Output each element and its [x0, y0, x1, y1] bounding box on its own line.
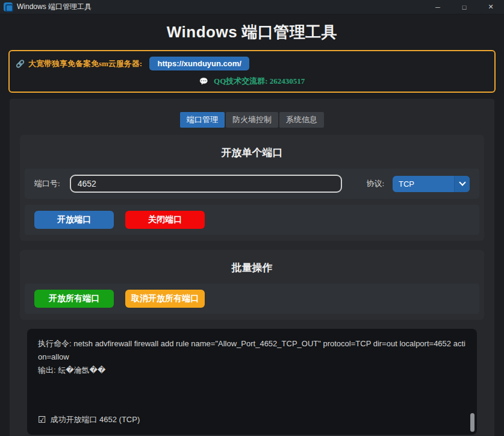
single-port-heading: 开放单个端口 [25, 135, 479, 169]
promo-text: 大宽带独享免备案免sm云服务器: [28, 58, 142, 69]
open-port-button[interactable]: 开放端口 [34, 211, 114, 229]
scrollbar-thumb[interactable] [470, 413, 474, 432]
status-row: ☑ 成功开放端口 4652 (TCP) [38, 414, 140, 425]
window-controls: ─ □ ✕ [425, 0, 504, 14]
batch-section: 批量操作 开放所有端口 取消开放所有端口 [20, 250, 484, 320]
status-text: 成功开放端口 4652 (TCP) [50, 414, 140, 425]
page-title-en: Windows [167, 23, 237, 41]
titlebar: Windows 端口管理工具 ─ □ ✕ [0, 0, 504, 14]
cancel-all-ports-button[interactable]: 取消开放所有端口 [125, 290, 205, 308]
promo-row: 🔗 大宽带独享免备案免sm云服务器: https://xunduyun.com/ [16, 57, 488, 70]
link-icon: 🔗 [16, 60, 25, 68]
titlebar-title: Windows 端口管理工具 [17, 2, 92, 12]
protocol-label: 协议: [366, 178, 384, 189]
promo-banner: 🔗 大宽带独享免备案免sm云服务器: https://xunduyun.com/… [8, 50, 496, 93]
port-label: 端口号: [34, 178, 60, 189]
app-icon [4, 2, 13, 11]
minimize-button[interactable]: ─ [425, 0, 451, 14]
chevron-down-icon [454, 176, 470, 192]
page-title: Windows 端口管理工具 [0, 22, 504, 43]
app-window: Windows 端口管理工具 ─ □ ✕ Windows 端口管理工具 🔗 大宽… [0, 0, 504, 436]
batch-heading: 批量操作 [25, 250, 479, 284]
tab-bar: 端口管理 防火墙控制 系统信息 [20, 112, 484, 128]
port-field-row: 端口号: 协议: TCP [25, 169, 479, 199]
batch-buttons: 开放所有端口 取消开放所有端口 [25, 284, 479, 314]
tab-system-info[interactable]: 系统信息 [279, 112, 324, 128]
tab-firewall-control[interactable]: 防火墙控制 [226, 112, 278, 128]
console-output-line: 输出: 纭�瀹氬�� [38, 364, 466, 377]
url-button[interactable]: https://xunduyun.com/ [149, 57, 249, 70]
qq-row: 💬 QQ技术交流群: 262430517 [16, 75, 488, 87]
page-title-zh: 端口管理工具 [237, 23, 337, 41]
close-port-button[interactable]: 关闭端口 [125, 211, 205, 229]
tab-port-management[interactable]: 端口管理 [180, 112, 225, 128]
maximize-button[interactable]: □ [451, 0, 478, 14]
close-button[interactable]: ✕ [478, 0, 504, 14]
checkbox-checked-icon: ☑ [38, 414, 46, 425]
protocol-dropdown[interactable]: TCP [393, 176, 470, 192]
port-input[interactable] [70, 175, 343, 193]
single-port-section: 开放单个端口 端口号: 协议: TCP 开放端口 关闭端口 [20, 135, 484, 241]
open-all-ports-button[interactable]: 开放所有端口 [34, 290, 114, 308]
qq-group-text: QQ技术交流群: 262430517 [214, 76, 305, 86]
protocol-value: TCP [393, 179, 454, 188]
main-panel: 端口管理 防火墙控制 系统信息 开放单个端口 端口号: 协议: TCP 开放端口… [10, 99, 494, 436]
chat-bubble-icon: 💬 [199, 77, 208, 86]
console-output: 执行命令: netsh advfirewall firewall add rul… [27, 329, 477, 435]
single-port-buttons: 开放端口 关闭端口 [25, 205, 479, 235]
console-command-line: 执行命令: netsh advfirewall firewall add rul… [38, 337, 466, 364]
